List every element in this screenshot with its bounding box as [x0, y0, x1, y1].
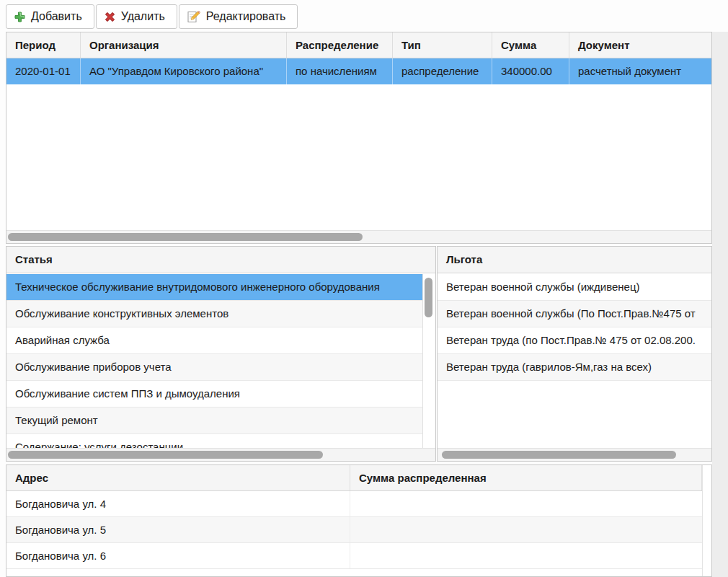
page-right-gutter	[712, 32, 728, 577]
cell-address: Богдановича ул. 5	[6, 517, 350, 542]
benefits-table: Льгота Ветеран военной службы (иждивенец…	[437, 246, 712, 462]
pencil-icon	[187, 11, 200, 23]
cell-distributed-sum	[350, 491, 702, 516]
addresses-table-inner: Адрес Сумма распределенная Богдановича у…	[6, 465, 702, 576]
articles-table: Статья Техническое обслуживание внутридо…	[6, 246, 436, 462]
cell-type: распределение	[393, 58, 492, 84]
documents-table: Период Организация Распределение Тип Сум…	[6, 32, 712, 244]
list-item[interactable]: Ветеран труда (гаврилов-Ям,газ на всех)	[438, 354, 711, 381]
delete-button[interactable]: Удалить	[96, 4, 177, 29]
benefits-rows: Ветеран военной службы (иждивенец) Ветер…	[438, 274, 711, 448]
table-row[interactable]: Богдановича ул. 4	[6, 491, 702, 517]
column-header-period[interactable]: Период	[6, 32, 81, 58]
articles-rows: Техническое обслуживание внутридомового …	[6, 274, 423, 448]
table-row[interactable]: Богдановича ул. 6	[6, 543, 702, 569]
cell-distributed-sum	[350, 517, 702, 542]
x-icon	[105, 12, 115, 22]
scrollbar-thumb[interactable]	[425, 278, 432, 317]
column-header-benefit[interactable]: Льгота	[438, 247, 711, 273]
list-item[interactable]: Ветеран военной службы (иждивенец)	[438, 274, 711, 301]
cell-organization: АО "Управдом Кировского района"	[81, 58, 287, 84]
scrollbar-thumb[interactable]	[442, 451, 676, 459]
delete-button-label: Удалить	[121, 10, 165, 23]
addresses-table: Адрес Сумма распределенная Богдановича у…	[6, 464, 712, 577]
plus-icon	[14, 12, 25, 22]
list-item[interactable]: Обслуживание приборов учета	[6, 354, 422, 381]
edit-button-label: Редактировать	[206, 10, 286, 23]
list-item-selected[interactable]: Техническое обслуживание внутридомового …	[6, 274, 422, 301]
list-item[interactable]: Ветеран военной службы (По Пост.Прав.№47…	[438, 301, 711, 327]
column-header-distributed-sum[interactable]: Сумма распределенная	[350, 465, 702, 490]
documents-table-header: Период Организация Распределение Тип Сум…	[6, 32, 711, 58]
table-row[interactable]: Богдановича ул. 5	[6, 517, 702, 543]
column-header-document[interactable]: Документ	[569, 32, 711, 58]
scrollbar-thumb[interactable]	[8, 451, 323, 459]
column-header-type[interactable]: Тип	[393, 32, 492, 58]
scrollbar-thumb[interactable]	[8, 233, 363, 241]
horizontal-scrollbar[interactable]	[6, 230, 711, 243]
cell-period: 2020-01-01	[6, 58, 81, 84]
cell-distributed-sum	[350, 543, 702, 568]
list-item[interactable]: Аварийная служба	[6, 327, 422, 354]
add-button[interactable]: Добавить	[6, 4, 94, 29]
column-header-organization[interactable]: Организация	[81, 32, 287, 58]
column-header-distribution[interactable]: Распределение	[287, 32, 393, 58]
horizontal-scrollbar[interactable]	[6, 448, 435, 461]
cell-distribution: по начислениям	[287, 58, 393, 84]
table-row-selected[interactable]: 2020-01-01 АО "Управдом Кировского район…	[6, 58, 711, 84]
column-header-sum[interactable]: Сумма	[492, 32, 569, 58]
edit-button[interactable]: Редактировать	[179, 4, 298, 29]
cell-sum: 340000.00	[492, 58, 569, 84]
articles-table-body: Техническое обслуживание внутридомового …	[6, 274, 435, 448]
cell-address: Богдановича ул. 4	[6, 491, 350, 516]
column-header-address[interactable]: Адрес	[6, 465, 350, 490]
vertical-scrollbar[interactable]	[702, 465, 711, 576]
list-item[interactable]: Ветеран труда (по Пост.Прав.№ 475 от 02.…	[438, 327, 711, 354]
list-item[interactable]: Обслуживание систем ППЗ и дымоудаления	[6, 381, 422, 408]
list-item[interactable]: Текущий ремонт	[6, 408, 422, 434]
list-item[interactable]: Содержание: услуги дезостанции	[6, 434, 422, 448]
toolbar: Добавить Удалить Редактировать	[6, 4, 299, 29]
list-item[interactable]: Обслуживание конструктивных элементов	[6, 301, 422, 327]
add-button-label: Добавить	[31, 10, 82, 23]
horizontal-scrollbar[interactable]	[438, 448, 711, 461]
cell-document: расчетный документ	[569, 58, 711, 84]
vertical-scrollbar[interactable]	[423, 274, 435, 448]
column-header-article[interactable]: Статья	[6, 247, 435, 273]
cell-address: Богдановича ул. 6	[6, 543, 350, 568]
addresses-table-header: Адрес Сумма распределенная	[6, 465, 702, 491]
